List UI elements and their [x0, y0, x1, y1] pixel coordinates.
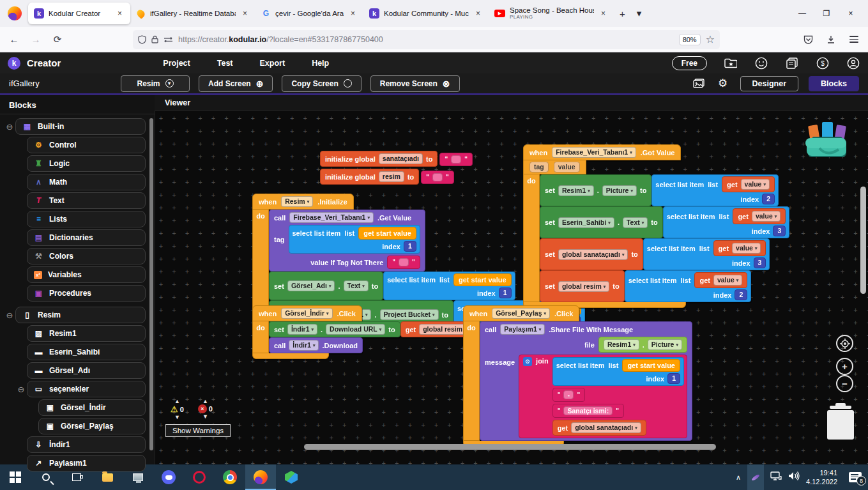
- tab-close-icon[interactable]: ×: [115, 8, 125, 19]
- tray-expand-icon[interactable]: ∧: [736, 473, 741, 482]
- variable-name-field[interactable]: sanataçıadı: [379, 153, 423, 164]
- tab-youtube-space-song[interactable]: ▶ Space Song - Beach House (1 PLAYING ×: [489, 3, 614, 24]
- component-dropdown[interactable]: Görsel_Paylaş: [492, 308, 550, 319]
- collapse-icon[interactable]: ⊖: [15, 385, 27, 394]
- block-when-gorsel-paylas-click[interactable]: when Görsel_Paylaş .Click do call Paylaş…: [463, 305, 692, 447]
- palette-item-text[interactable]: TText: [27, 192, 146, 209]
- variable-dropdown[interactable]: global sanataçıadı: [571, 422, 641, 433]
- block-resim1-picture-getter[interactable]: Resim1 . Picture: [598, 337, 687, 353]
- chrome-button[interactable]: [215, 464, 245, 490]
- blocks-canvas[interactable]: ++++++++++++++++++++++++++++++++++++++++…: [155, 111, 868, 464]
- block-select-list-item[interactable]: select list itemlist getvalue index2: [651, 174, 779, 206]
- zoom-in-button[interactable]: +: [836, 358, 853, 375]
- property-dropdown[interactable]: Picture: [602, 185, 637, 196]
- free-plan-button[interactable]: Free: [672, 56, 707, 70]
- bookmark-star-icon[interactable]: ☆: [706, 33, 715, 45]
- tab-close-icon[interactable]: ×: [598, 8, 608, 19]
- block-set-gorsel-adi-text[interactable]: set Görsel_Adı . Text to select list ite…: [269, 272, 515, 300]
- collapse-icon[interactable]: ⊖: [4, 122, 15, 132]
- event-param-tag[interactable]: tag: [529, 162, 549, 172]
- palette-item-colors[interactable]: ⚒Colors: [27, 248, 146, 264]
- tab-close-icon[interactable]: ×: [348, 8, 358, 19]
- variable-dropdown[interactable]: value: [752, 211, 780, 222]
- palette-group-secenekler[interactable]: ▭ seçenekler: [27, 381, 146, 397]
- block-get-value-var[interactable]: getvalue: [694, 272, 747, 288]
- tab-kodular-community[interactable]: k Kodular Community - Much ×: [363, 3, 489, 24]
- block-select-list-item[interactable]: select list itemlist getvalue index3: [643, 238, 770, 270]
- palette-item-dictionaries[interactable]: ▤Dictionaries: [27, 229, 146, 246]
- error-up-arrow[interactable]: ▲: [202, 399, 208, 404]
- add-screen-button[interactable]: Add Screen ⊕: [199, 75, 273, 92]
- block-number[interactable]: 3: [754, 257, 766, 268]
- block-empty-text[interactable]: "": [387, 256, 420, 269]
- property-dropdown[interactable]: Picture: [648, 339, 682, 350]
- feedback-face-icon[interactable]: [754, 56, 768, 70]
- block-get-value-var[interactable]: getvalue: [713, 240, 766, 256]
- property-dropdown[interactable]: Text: [344, 280, 369, 291]
- show-warnings-button[interactable]: Show Warnings: [165, 424, 231, 437]
- block-select-list-item[interactable]: select list itemlist get start value ind…: [552, 357, 684, 386]
- empty-text-field[interactable]: [432, 173, 443, 181]
- block-when-firebase-gotvalue[interactable]: when Firebase_Veri_Tabanı1 .Got Value ta…: [523, 144, 789, 308]
- palette-item-gorsel-paylas[interactable]: ▣Görsel_Paylaş: [38, 418, 146, 434]
- palette-item-control[interactable]: ⚙Control: [27, 137, 146, 153]
- menu-project[interactable]: Project: [163, 59, 190, 68]
- component-dropdown[interactable]: İndir1: [289, 340, 319, 351]
- firefox-logo-icon[interactable]: [8, 6, 22, 20]
- empty-text-field[interactable]: [451, 155, 461, 164]
- tray-app-button[interactable]: [747, 464, 764, 490]
- blocks-tab-button[interactable]: Blocks: [809, 76, 859, 91]
- block-get-global-sanatciadi[interactable]: getglobal sanataçıadı: [552, 420, 646, 436]
- block-get-start-value[interactable]: get start value: [358, 227, 416, 240]
- component-dropdown[interactable]: Resim1: [604, 339, 639, 350]
- canvas-horizontal-scrollbar[interactable]: [304, 444, 716, 450]
- menu-export[interactable]: Export: [260, 59, 286, 68]
- palette-section-builtin[interactable]: ▦ Built-in: [15, 118, 146, 135]
- block-join[interactable]: ⚙ join select list itemlist get start va…: [519, 355, 687, 438]
- variable-name-field[interactable]: resim: [379, 171, 404, 182]
- palette-item-gorsel-adi[interactable]: ▬Görsel_Adı: [27, 362, 146, 379]
- block-select-list-item[interactable]: select list itemlist get start value ind…: [289, 225, 420, 254]
- variable-dropdown[interactable]: value: [713, 275, 742, 286]
- kodular-logo-icon[interactable]: k: [8, 57, 20, 70]
- block-number[interactable]: 1: [499, 287, 512, 298]
- component-dropdown[interactable]: Görsel_İndir: [281, 308, 332, 319]
- palette-item-math[interactable]: ∧Math: [27, 174, 146, 190]
- error-down-arrow[interactable]: ▼: [202, 414, 208, 419]
- block-set-global-sanatciadi[interactable]: set global sanataçıadı to select list it…: [540, 238, 770, 270]
- text-field[interactable]: -: [563, 390, 574, 399]
- back-button[interactable]: ←: [4, 30, 24, 49]
- permissions-icon[interactable]: [164, 36, 173, 43]
- export-image-icon[interactable]: [692, 77, 706, 91]
- firefox-button[interactable]: [245, 464, 276, 490]
- list-all-tabs-icon[interactable]: ▾: [631, 6, 648, 20]
- sidebar-scrollbar[interactable]: [149, 118, 153, 450]
- window-maximize-button[interactable]: ❐: [814, 3, 839, 24]
- palette-item-gorsel-indir[interactable]: ▣Görsel_İndir: [38, 399, 146, 416]
- warning-down-arrow[interactable]: ▼: [174, 415, 180, 420]
- volume-icon[interactable]: [788, 471, 800, 483]
- account-icon[interactable]: [846, 56, 860, 70]
- tab-ifgallery-firebase[interactable]: ifGallery - Realtime Database ×: [130, 3, 255, 24]
- screen-selector-button[interactable]: Resim ▾: [121, 75, 190, 92]
- block-init-global-resim[interactable]: initialize global resim to "": [320, 169, 454, 185]
- component-dropdown[interactable]: Firebase_Veri_Tabanı1: [289, 212, 374, 223]
- block-text-sanatci-ismi[interactable]: "Sanatçı ismi:": [552, 404, 624, 418]
- lock-icon[interactable]: [151, 35, 158, 43]
- earnings-dollar-icon[interactable]: $: [816, 56, 830, 70]
- component-dropdown[interactable]: Resim1: [558, 185, 594, 196]
- network-icon[interactable]: [770, 471, 782, 483]
- canvas-vertical-scrollbar[interactable]: [860, 187, 866, 294]
- property-dropdown[interactable]: Download URL: [326, 324, 385, 335]
- reload-button[interactable]: ⟳: [47, 30, 68, 49]
- recenter-blocks-button[interactable]: [836, 335, 853, 352]
- block-get-value-var[interactable]: getvalue: [733, 208, 786, 224]
- menu-hamburger-icon[interactable]: [844, 30, 864, 49]
- block-get-start-value[interactable]: get start value: [453, 273, 512, 286]
- block-text-dash[interactable]: "-": [552, 388, 586, 402]
- block-number[interactable]: 3: [773, 226, 786, 236]
- component-dropdown[interactable]: Resim: [281, 196, 313, 207]
- tab-close-icon[interactable]: ×: [240, 8, 250, 19]
- block-call-paylasim1-sharefile[interactable]: call Paylaşım1 .Share File With Message …: [480, 321, 692, 441]
- property-dropdown[interactable]: Text: [623, 217, 648, 228]
